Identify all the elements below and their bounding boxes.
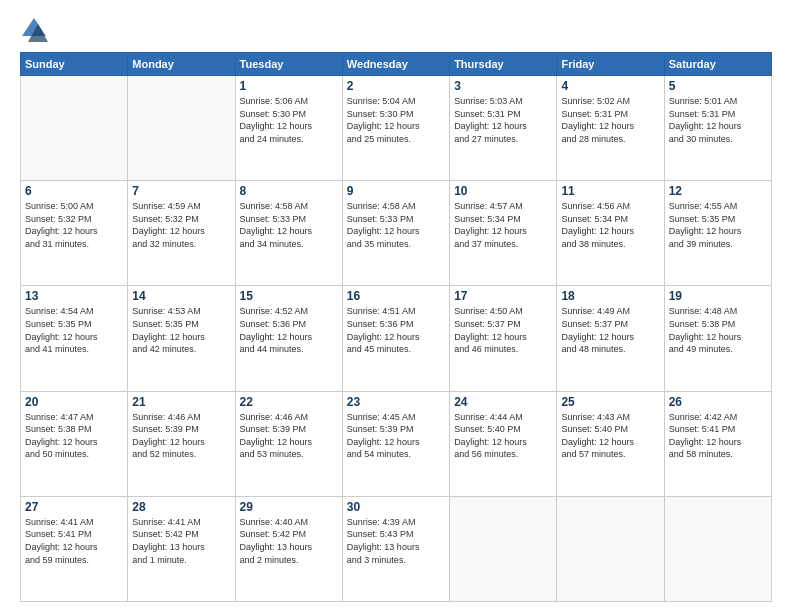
day-info: Sunrise: 5:02 AM Sunset: 5:31 PM Dayligh… bbox=[561, 95, 659, 145]
header bbox=[20, 16, 772, 44]
calendar-week-3: 20Sunrise: 4:47 AM Sunset: 5:38 PM Dayli… bbox=[21, 391, 772, 496]
column-header-thursday: Thursday bbox=[450, 53, 557, 76]
column-header-tuesday: Tuesday bbox=[235, 53, 342, 76]
day-number: 7 bbox=[132, 184, 230, 198]
day-number: 14 bbox=[132, 289, 230, 303]
day-info: Sunrise: 4:55 AM Sunset: 5:35 PM Dayligh… bbox=[669, 200, 767, 250]
day-number: 18 bbox=[561, 289, 659, 303]
calendar-week-4: 27Sunrise: 4:41 AM Sunset: 5:41 PM Dayli… bbox=[21, 496, 772, 601]
column-header-wednesday: Wednesday bbox=[342, 53, 449, 76]
calendar-week-1: 6Sunrise: 5:00 AM Sunset: 5:32 PM Daylig… bbox=[21, 181, 772, 286]
calendar-cell: 21Sunrise: 4:46 AM Sunset: 5:39 PM Dayli… bbox=[128, 391, 235, 496]
day-number: 27 bbox=[25, 500, 123, 514]
calendar-cell: 29Sunrise: 4:40 AM Sunset: 5:42 PM Dayli… bbox=[235, 496, 342, 601]
calendar-cell: 11Sunrise: 4:56 AM Sunset: 5:34 PM Dayli… bbox=[557, 181, 664, 286]
day-number: 6 bbox=[25, 184, 123, 198]
calendar-cell bbox=[128, 76, 235, 181]
day-number: 25 bbox=[561, 395, 659, 409]
day-number: 13 bbox=[25, 289, 123, 303]
calendar-cell: 4Sunrise: 5:02 AM Sunset: 5:31 PM Daylig… bbox=[557, 76, 664, 181]
day-number: 28 bbox=[132, 500, 230, 514]
calendar-cell: 27Sunrise: 4:41 AM Sunset: 5:41 PM Dayli… bbox=[21, 496, 128, 601]
calendar-cell: 17Sunrise: 4:50 AM Sunset: 5:37 PM Dayli… bbox=[450, 286, 557, 391]
calendar-header-row: SundayMondayTuesdayWednesdayThursdayFrid… bbox=[21, 53, 772, 76]
calendar-table: SundayMondayTuesdayWednesdayThursdayFrid… bbox=[20, 52, 772, 602]
calendar-cell bbox=[557, 496, 664, 601]
day-number: 11 bbox=[561, 184, 659, 198]
day-number: 26 bbox=[669, 395, 767, 409]
column-header-monday: Monday bbox=[128, 53, 235, 76]
calendar-cell: 18Sunrise: 4:49 AM Sunset: 5:37 PM Dayli… bbox=[557, 286, 664, 391]
column-header-sunday: Sunday bbox=[21, 53, 128, 76]
calendar-cell: 28Sunrise: 4:41 AM Sunset: 5:42 PM Dayli… bbox=[128, 496, 235, 601]
day-number: 29 bbox=[240, 500, 338, 514]
calendar-cell: 10Sunrise: 4:57 AM Sunset: 5:34 PM Dayli… bbox=[450, 181, 557, 286]
calendar-cell bbox=[450, 496, 557, 601]
calendar-cell: 2Sunrise: 5:04 AM Sunset: 5:30 PM Daylig… bbox=[342, 76, 449, 181]
calendar-cell: 20Sunrise: 4:47 AM Sunset: 5:38 PM Dayli… bbox=[21, 391, 128, 496]
day-number: 16 bbox=[347, 289, 445, 303]
day-info: Sunrise: 4:41 AM Sunset: 5:41 PM Dayligh… bbox=[25, 516, 123, 566]
logo bbox=[20, 16, 52, 44]
calendar-cell: 22Sunrise: 4:46 AM Sunset: 5:39 PM Dayli… bbox=[235, 391, 342, 496]
calendar-cell: 1Sunrise: 5:06 AM Sunset: 5:30 PM Daylig… bbox=[235, 76, 342, 181]
calendar-week-2: 13Sunrise: 4:54 AM Sunset: 5:35 PM Dayli… bbox=[21, 286, 772, 391]
calendar-cell bbox=[21, 76, 128, 181]
calendar-cell: 9Sunrise: 4:58 AM Sunset: 5:33 PM Daylig… bbox=[342, 181, 449, 286]
calendar-cell: 13Sunrise: 4:54 AM Sunset: 5:35 PM Dayli… bbox=[21, 286, 128, 391]
day-number: 23 bbox=[347, 395, 445, 409]
day-number: 4 bbox=[561, 79, 659, 93]
day-number: 21 bbox=[132, 395, 230, 409]
day-number: 1 bbox=[240, 79, 338, 93]
calendar-cell: 30Sunrise: 4:39 AM Sunset: 5:43 PM Dayli… bbox=[342, 496, 449, 601]
calendar-cell: 3Sunrise: 5:03 AM Sunset: 5:31 PM Daylig… bbox=[450, 76, 557, 181]
day-info: Sunrise: 4:46 AM Sunset: 5:39 PM Dayligh… bbox=[132, 411, 230, 461]
day-number: 24 bbox=[454, 395, 552, 409]
calendar-cell: 26Sunrise: 4:42 AM Sunset: 5:41 PM Dayli… bbox=[664, 391, 771, 496]
day-info: Sunrise: 4:48 AM Sunset: 5:38 PM Dayligh… bbox=[669, 305, 767, 355]
column-header-friday: Friday bbox=[557, 53, 664, 76]
day-number: 9 bbox=[347, 184, 445, 198]
page: SundayMondayTuesdayWednesdayThursdayFrid… bbox=[0, 0, 792, 612]
day-info: Sunrise: 4:54 AM Sunset: 5:35 PM Dayligh… bbox=[25, 305, 123, 355]
calendar-cell: 16Sunrise: 4:51 AM Sunset: 5:36 PM Dayli… bbox=[342, 286, 449, 391]
day-number: 20 bbox=[25, 395, 123, 409]
day-number: 8 bbox=[240, 184, 338, 198]
day-info: Sunrise: 4:39 AM Sunset: 5:43 PM Dayligh… bbox=[347, 516, 445, 566]
day-info: Sunrise: 4:58 AM Sunset: 5:33 PM Dayligh… bbox=[347, 200, 445, 250]
column-header-saturday: Saturday bbox=[664, 53, 771, 76]
calendar-cell: 5Sunrise: 5:01 AM Sunset: 5:31 PM Daylig… bbox=[664, 76, 771, 181]
day-number: 15 bbox=[240, 289, 338, 303]
day-number: 12 bbox=[669, 184, 767, 198]
day-number: 2 bbox=[347, 79, 445, 93]
day-info: Sunrise: 4:57 AM Sunset: 5:34 PM Dayligh… bbox=[454, 200, 552, 250]
day-info: Sunrise: 5:06 AM Sunset: 5:30 PM Dayligh… bbox=[240, 95, 338, 145]
day-info: Sunrise: 4:51 AM Sunset: 5:36 PM Dayligh… bbox=[347, 305, 445, 355]
day-info: Sunrise: 4:52 AM Sunset: 5:36 PM Dayligh… bbox=[240, 305, 338, 355]
day-number: 17 bbox=[454, 289, 552, 303]
day-info: Sunrise: 4:56 AM Sunset: 5:34 PM Dayligh… bbox=[561, 200, 659, 250]
day-info: Sunrise: 5:04 AM Sunset: 5:30 PM Dayligh… bbox=[347, 95, 445, 145]
calendar-cell: 24Sunrise: 4:44 AM Sunset: 5:40 PM Dayli… bbox=[450, 391, 557, 496]
day-info: Sunrise: 5:03 AM Sunset: 5:31 PM Dayligh… bbox=[454, 95, 552, 145]
day-number: 30 bbox=[347, 500, 445, 514]
calendar-cell bbox=[664, 496, 771, 601]
calendar-cell: 14Sunrise: 4:53 AM Sunset: 5:35 PM Dayli… bbox=[128, 286, 235, 391]
day-info: Sunrise: 4:58 AM Sunset: 5:33 PM Dayligh… bbox=[240, 200, 338, 250]
day-info: Sunrise: 4:47 AM Sunset: 5:38 PM Dayligh… bbox=[25, 411, 123, 461]
day-number: 19 bbox=[669, 289, 767, 303]
calendar-cell: 25Sunrise: 4:43 AM Sunset: 5:40 PM Dayli… bbox=[557, 391, 664, 496]
day-number: 3 bbox=[454, 79, 552, 93]
day-info: Sunrise: 4:43 AM Sunset: 5:40 PM Dayligh… bbox=[561, 411, 659, 461]
calendar-cell: 6Sunrise: 5:00 AM Sunset: 5:32 PM Daylig… bbox=[21, 181, 128, 286]
calendar-cell: 8Sunrise: 4:58 AM Sunset: 5:33 PM Daylig… bbox=[235, 181, 342, 286]
day-info: Sunrise: 5:01 AM Sunset: 5:31 PM Dayligh… bbox=[669, 95, 767, 145]
calendar-cell: 19Sunrise: 4:48 AM Sunset: 5:38 PM Dayli… bbox=[664, 286, 771, 391]
day-info: Sunrise: 4:40 AM Sunset: 5:42 PM Dayligh… bbox=[240, 516, 338, 566]
calendar-week-0: 1Sunrise: 5:06 AM Sunset: 5:30 PM Daylig… bbox=[21, 76, 772, 181]
day-number: 10 bbox=[454, 184, 552, 198]
calendar-cell: 15Sunrise: 4:52 AM Sunset: 5:36 PM Dayli… bbox=[235, 286, 342, 391]
day-info: Sunrise: 4:46 AM Sunset: 5:39 PM Dayligh… bbox=[240, 411, 338, 461]
calendar-cell: 12Sunrise: 4:55 AM Sunset: 5:35 PM Dayli… bbox=[664, 181, 771, 286]
calendar-cell: 23Sunrise: 4:45 AM Sunset: 5:39 PM Dayli… bbox=[342, 391, 449, 496]
